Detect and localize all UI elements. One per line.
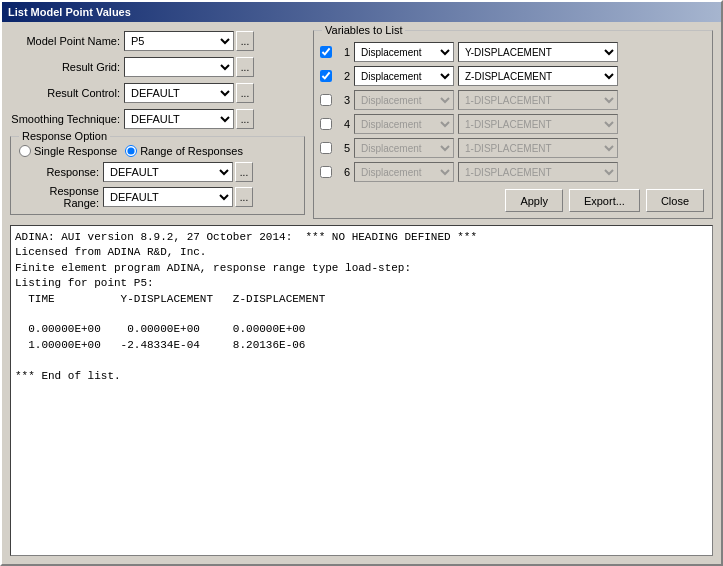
var-5-type-select: Displacement (354, 138, 454, 158)
result-control-row: Result Control: DEFAULT ... (10, 82, 305, 104)
result-grid-input-group: ... (124, 57, 305, 77)
response-row: Response: DEFAULT ... (19, 161, 296, 183)
var-6-num: 6 (336, 166, 350, 178)
variable-row-1: 1 Displacement Y-DISPLACEMENT (320, 41, 706, 63)
response-label: Response: (19, 166, 99, 178)
range-response-option: Range of Responses (125, 145, 243, 157)
model-point-name-select[interactable]: P5 (124, 31, 234, 51)
result-grid-select[interactable] (124, 57, 234, 77)
result-control-dots-button[interactable]: ... (236, 83, 254, 103)
var-6-type-select: Displacement (354, 162, 454, 182)
model-point-name-dots-button[interactable]: ... (236, 31, 254, 51)
result-grid-label: Result Grid: (10, 61, 120, 73)
var-3-num: 3 (336, 94, 350, 106)
var-2-name-select[interactable]: Z-DISPLACEMENT (458, 66, 618, 86)
variable-row-3: 3 Displacement 1-DISPLACEMENT (320, 89, 706, 111)
response-range-row: Response Range: DEFAULT ... (19, 186, 296, 208)
var-1-type-select[interactable]: Displacement (354, 42, 454, 62)
smoothing-select[interactable]: DEFAULT (124, 109, 234, 129)
var-4-checkbox[interactable] (320, 118, 332, 130)
response-dots-button[interactable]: ... (235, 162, 253, 182)
var-4-num: 4 (336, 118, 350, 130)
response-select[interactable]: DEFAULT (103, 162, 233, 182)
output-panel[interactable]: ADINA: AUI version 8.9.2, 27 October 201… (10, 225, 713, 556)
smoothing-label: Smoothing Technique: (10, 113, 120, 125)
result-grid-dots-button[interactable]: ... (236, 57, 254, 77)
result-grid-row: Result Grid: ... (10, 56, 305, 78)
var-6-checkbox[interactable] (320, 166, 332, 178)
result-control-select[interactable]: DEFAULT (124, 83, 234, 103)
action-buttons-row: Apply Export... Close (320, 189, 706, 212)
var-2-type-select[interactable]: Displacement (354, 66, 454, 86)
variables-group-label: Variables to List (322, 24, 405, 36)
single-response-radio[interactable] (19, 145, 31, 157)
var-6-name-select: 1-DISPLACEMENT (458, 162, 618, 182)
var-2-checkbox[interactable] (320, 70, 332, 82)
response-range-input-group: DEFAULT ... (103, 187, 296, 207)
model-point-name-label: Model Point Name: (10, 35, 120, 47)
var-3-name-select: 1-DISPLACEMENT (458, 90, 618, 110)
response-range-label: Response Range: (19, 185, 99, 209)
model-point-name-row: Model Point Name: P5 ... (10, 30, 305, 52)
range-response-label: Range of Responses (140, 145, 243, 157)
output-text: ADINA: AUI version 8.9.2, 27 October 201… (15, 230, 708, 384)
left-panel: Model Point Name: P5 ... Result Grid: (10, 30, 305, 219)
response-group-label: Response Option (19, 130, 110, 142)
smoothing-input-group: DEFAULT ... (124, 109, 305, 129)
var-1-name-select[interactable]: Y-DISPLACEMENT (458, 42, 618, 62)
variable-row-2: 2 Displacement Z-DISPLACEMENT (320, 65, 706, 87)
response-input-group: DEFAULT ... (103, 162, 296, 182)
var-1-num: 1 (336, 46, 350, 58)
variable-row-4: 4 Displacement 1-DISPLACEMENT (320, 113, 706, 135)
var-4-name-select: 1-DISPLACEMENT (458, 114, 618, 134)
title-bar: List Model Point Values (2, 2, 721, 22)
smoothing-row: Smoothing Technique: DEFAULT ... (10, 108, 305, 130)
single-response-option: Single Response (19, 145, 117, 157)
var-4-type-select: Displacement (354, 114, 454, 134)
export-button[interactable]: Export... (569, 189, 640, 212)
main-window: List Model Point Values Model Point Name… (0, 0, 723, 566)
smoothing-dots-button[interactable]: ... (236, 109, 254, 129)
variable-row-6: 6 Displacement 1-DISPLACEMENT (320, 161, 706, 183)
result-control-input-group: DEFAULT ... (124, 83, 305, 103)
var-5-name-select: 1-DISPLACEMENT (458, 138, 618, 158)
variable-row-5: 5 Displacement 1-DISPLACEMENT (320, 137, 706, 159)
apply-button[interactable]: Apply (505, 189, 563, 212)
response-option-group: Response Option Single Response Range of… (10, 136, 305, 215)
response-options-container: Single Response Range of Responses (19, 145, 296, 157)
close-button[interactable]: Close (646, 189, 704, 212)
variables-inner: 1 Displacement Y-DISPLACEMENT 2 (320, 37, 706, 212)
response-range-select[interactable]: DEFAULT (103, 187, 233, 207)
window-title: List Model Point Values (8, 6, 131, 18)
variables-panel: Variables to List 1 Displacement Y-DISPL… (313, 30, 713, 219)
response-range-dots-button[interactable]: ... (235, 187, 253, 207)
range-response-radio[interactable] (125, 145, 137, 157)
variables-table: 1 Displacement Y-DISPLACEMENT 2 (320, 41, 706, 185)
result-control-label: Result Control: (10, 87, 120, 99)
var-2-num: 2 (336, 70, 350, 82)
var-5-checkbox[interactable] (320, 142, 332, 154)
var-5-num: 5 (336, 142, 350, 154)
var-3-type-select: Displacement (354, 90, 454, 110)
var-3-checkbox[interactable] (320, 94, 332, 106)
model-point-name-input-group: P5 ... (124, 31, 305, 51)
var-1-checkbox[interactable] (320, 46, 332, 58)
single-response-label: Single Response (34, 145, 117, 157)
